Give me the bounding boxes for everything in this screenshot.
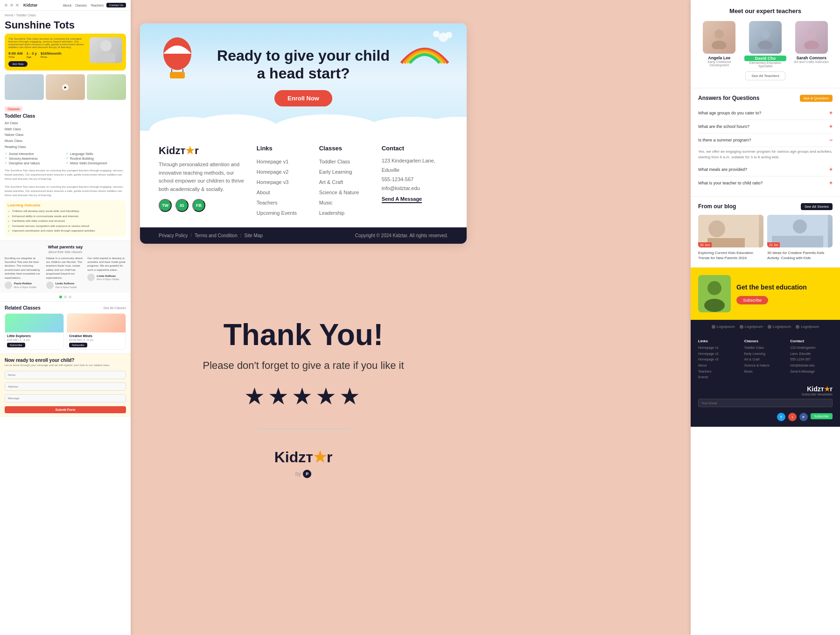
- thankyou-divider: [257, 429, 350, 430]
- footer-class-1[interactable]: Early Learning: [319, 167, 372, 177]
- rp-social-ig[interactable]: I: [788, 413, 797, 421]
- footer-link-0[interactable]: Homepage v1: [257, 156, 310, 167]
- page-title: Sunshine Tots: [0, 18, 131, 34]
- svg-point-19: [804, 41, 819, 49]
- enroll-address-input[interactable]: [5, 382, 126, 391]
- footer-class-5[interactable]: Leadership: [319, 208, 372, 218]
- hero-image-placeholder: [90, 37, 122, 63]
- testimonial-1: Kidstar is a community where our childre…: [46, 256, 85, 289]
- rp-footer-contact-3[interactable]: info@kidztar.edu: [790, 363, 833, 369]
- footer-link-3[interactable]: About: [257, 187, 310, 198]
- social-tw[interactable]: TW: [159, 199, 172, 212]
- privacy-link[interactable]: Privacy Policy: [159, 233, 188, 238]
- faq-item-2[interactable]: Is there a summer program? −: [698, 134, 833, 147]
- enroll-message-input[interactable]: [5, 394, 126, 402]
- rp-footer-class-3[interactable]: Science & Nature: [744, 363, 787, 369]
- rp-footer-link-0[interactable]: Homepage v1: [698, 345, 741, 351]
- rp-footer-link-5[interactable]: Events: [698, 374, 741, 381]
- nav-link-teachers[interactable]: Teachers: [91, 4, 104, 7]
- blog-posts-row: 30 Jun Exploring Current Kids Education …: [698, 215, 833, 261]
- footer-link-2[interactable]: Homepage v3: [257, 177, 310, 187]
- breadcrumb: Home / Toddler Class: [0, 11, 131, 18]
- faq-item-3[interactable]: What meals are provided? +: [698, 163, 833, 176]
- rp-cta-section: Get the best education Subscribe: [691, 268, 840, 320]
- play-btn[interactable]: ▶: [62, 84, 69, 91]
- rp-footer-link-2[interactable]: Homepage v3: [698, 357, 741, 363]
- center-panel: Ready to give your child a head start? E…: [140, 23, 467, 244]
- enroll-submit-btn[interactable]: Submit Form: [5, 406, 126, 413]
- svg-point-28: [704, 299, 725, 312]
- faq-item-4[interactable]: What is your teacher to child ratio? +: [698, 176, 833, 190]
- rp-newsletter-input[interactable]: [698, 399, 833, 407]
- faq-item-0[interactable]: What age groups do you cater to? +: [698, 106, 833, 120]
- copyright: Copyright © 2024 Kidztar. All rights res…: [355, 233, 448, 238]
- footer-link-5[interactable]: Upcoming Events: [257, 208, 310, 218]
- feature-5: Motor Skills Development: [66, 161, 126, 165]
- cta-enroll-btn[interactable]: Enroll Now: [274, 90, 332, 106]
- footer-class-4[interactable]: Music: [319, 198, 372, 208]
- dot-1[interactable]: [64, 296, 67, 298]
- social-fb[interactable]: FB: [192, 199, 205, 212]
- nav-link-about[interactable]: About: [63, 4, 71, 7]
- faq-toggle-3[interactable]: +: [829, 166, 833, 173]
- sitemap-link[interactable]: Site Map: [245, 233, 263, 238]
- photo-3: [87, 74, 126, 100]
- card-btn-0[interactable]: Subscribe: [7, 343, 25, 347]
- dot-2[interactable]: [69, 296, 71, 298]
- faq-toggle-2[interactable]: −: [829, 137, 833, 143]
- rp-social-fb[interactable]: F: [799, 413, 808, 421]
- balloon-decoration: [159, 33, 196, 85]
- rp-footer-classes-title: Classes: [744, 339, 787, 343]
- rp-footer-link-4[interactable]: Teachers: [698, 369, 741, 375]
- blog-see-all-btn[interactable]: See All Stories: [801, 203, 833, 210]
- related-classes: Related Classes See All Classes Little E…: [0, 301, 131, 353]
- rp-footer-class-2[interactable]: Art & Craft: [744, 357, 787, 363]
- rp-social-tw[interactable]: T: [777, 413, 785, 421]
- enroll-name-input[interactable]: [5, 371, 126, 379]
- rp-footer-contact-0: 123 Kindergarten: [790, 345, 833, 351]
- nav-contact-btn[interactable]: Contact Us: [106, 3, 126, 7]
- faq-item-2-wrapper: Is there a summer program? − Yes, we off…: [698, 134, 833, 163]
- faq-toggle-4[interactable]: +: [829, 180, 833, 186]
- blog-date-0: 30 Jun: [698, 242, 712, 247]
- rp-cta-btn[interactable]: Subscribe: [736, 296, 768, 304]
- footer-send-btn[interactable]: Send A Message: [382, 196, 422, 203]
- author-2: Linda Sullivan Mom of Alpha Toddler: [87, 274, 126, 281]
- card-btn-1[interactable]: Subscribe: [69, 343, 87, 347]
- social-ig[interactable]: IG: [175, 199, 189, 212]
- see-all-link[interactable]: See All Classes: [103, 306, 126, 310]
- footer-class-0[interactable]: Toddler Class: [319, 156, 372, 167]
- faq-toggle-0[interactable]: +: [829, 110, 833, 116]
- footer-class-3[interactable]: Science & Nature: [319, 187, 372, 198]
- teacher-0: Angela Lee Early Childhood Development: [698, 21, 741, 68]
- ask-question-btn[interactable]: Ask A Question: [800, 95, 833, 102]
- features-grid: Social Interaction Language Skills Senso…: [0, 150, 131, 168]
- footer-email[interactable]: info@kidztar.edu: [382, 184, 448, 193]
- teacher-img-0: [703, 21, 735, 54]
- footer-link-4[interactable]: Teachers: [257, 198, 310, 208]
- terms-link[interactable]: Terms and Condition: [195, 233, 238, 238]
- footer-class-2[interactable]: Art & Craft: [319, 177, 372, 187]
- rp-footer-class-0[interactable]: Toddler Class: [744, 345, 787, 351]
- rp-subscribe-btn[interactable]: Subscribe: [811, 413, 833, 419]
- hero-enroll-btn[interactable]: Join Now: [8, 61, 28, 67]
- faq-item-1[interactable]: What are the school hours? +: [698, 120, 833, 134]
- rp-footer-contact-4[interactable]: Send A Message: [790, 369, 833, 375]
- faq-toggle-1[interactable]: +: [829, 123, 833, 130]
- nav-link-classes[interactable]: Classes: [75, 4, 87, 7]
- rp-footer-link-1[interactable]: Homepage v2: [698, 351, 741, 357]
- see-all-teachers-btn[interactable]: See All Teachers: [745, 71, 785, 80]
- rp-cta-title: Get the best education: [736, 283, 833, 291]
- rp-footer-link-3[interactable]: About: [698, 363, 741, 369]
- footer-link-1[interactable]: Homepage v2: [257, 167, 310, 177]
- teacher-1: David Cho Elementary Education Specialis…: [744, 21, 787, 68]
- thankyou-stars[interactable]: ★★★★★: [159, 383, 448, 410]
- blog-card-0: 30 Jun Exploring Current Kids Education …: [698, 215, 763, 261]
- rp-footer-class-4[interactable]: Music: [744, 369, 787, 375]
- photo-2[interactable]: ▶: [46, 74, 85, 100]
- parents-section: What parents say about their kids classe…: [0, 240, 131, 293]
- related-header: Related Classes See All Classes: [5, 305, 126, 310]
- rp-footer-class-1[interactable]: Early Learning: [744, 351, 787, 357]
- svg-point-0: [100, 40, 112, 51]
- dot-0[interactable]: [59, 296, 62, 298]
